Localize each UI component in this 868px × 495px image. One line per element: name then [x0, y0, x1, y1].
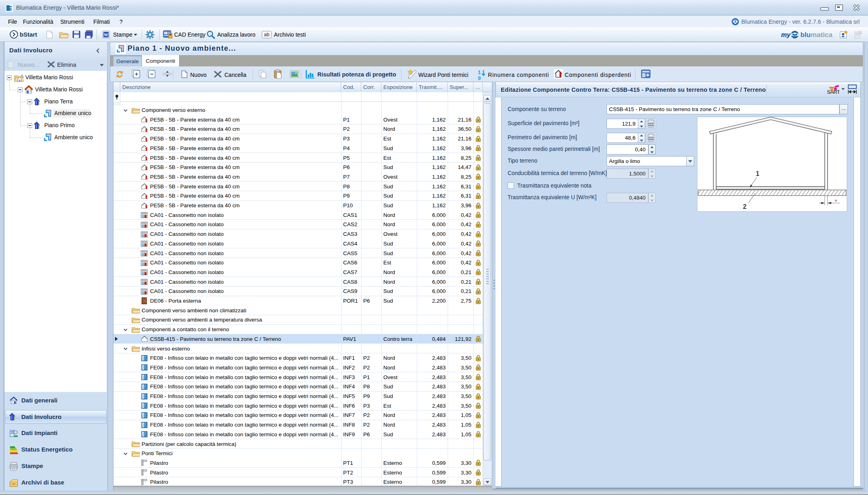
svg-text:1: 1: [756, 170, 759, 177]
svg-text:2: 2: [743, 203, 747, 210]
svg-text:ab: ab: [264, 32, 269, 37]
svg-text:SART: SART: [827, 89, 839, 95]
svg-text:w: w: [835, 198, 837, 202]
svg-text:W: W: [104, 32, 108, 37]
